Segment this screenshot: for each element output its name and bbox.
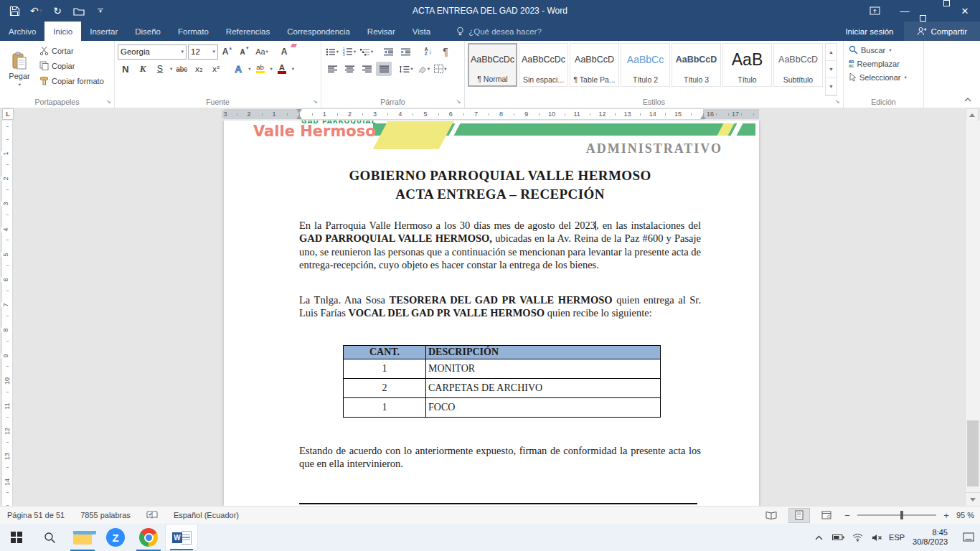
paragraph-1[interactable]: En la Parroquia Valle Hermoso a los 30 d… (299, 219, 701, 271)
align-center-button[interactable] (341, 62, 357, 76)
cell-desc-3[interactable]: FOCO (426, 398, 661, 418)
cut-button[interactable]: Cortar (37, 43, 106, 58)
undo-button[interactable]: ↶▾ (27, 2, 44, 19)
doc-title-line2[interactable]: ACTA ENTREGA – RECEPCIÓN (299, 187, 701, 202)
multilevel-list-button[interactable]: ▾ (359, 44, 374, 59)
highlight-button[interactable]: ab (253, 62, 268, 76)
hanging-indent-marker[interactable] (296, 115, 302, 119)
qat-customize-button[interactable]: ▾ (92, 2, 109, 19)
redo-button[interactable]: ↻ (49, 2, 66, 19)
text-effects-button[interactable]: A (230, 62, 246, 76)
style-titulo-2[interactable]: AaBbCc Título 2 (621, 43, 670, 87)
styles-more-button[interactable]: ▼ (826, 78, 837, 95)
restore-button[interactable] (920, 0, 950, 22)
styles-scroll-down-button[interactable]: ▼ (826, 61, 837, 78)
align-left-button[interactable] (324, 62, 340, 76)
style-titulo-3[interactable]: AaBbCcD Título 3 (672, 43, 721, 87)
bullets-button[interactable]: ▾ (324, 44, 340, 59)
find-button[interactable]: Buscar▾ (847, 43, 920, 57)
paste-button[interactable]: Pegar ▾ (3, 43, 36, 96)
right-indent-marker[interactable] (700, 115, 706, 119)
clipboard-dialog-launcher[interactable] (105, 98, 112, 105)
clear-formatting-button[interactable]: A (276, 44, 292, 59)
line-spacing-button[interactable]: ▾ (398, 62, 414, 76)
underline-dropdown-icon[interactable]: ▾ (170, 66, 172, 72)
superscript-button[interactable]: x² (208, 62, 224, 76)
font-color-button[interactable]: A (274, 62, 290, 76)
italic-button[interactable]: K (135, 62, 151, 76)
increase-indent-button[interactable] (398, 44, 414, 59)
tab-archivo[interactable]: Archivo (0, 22, 44, 41)
style-sin-espaciado[interactable]: AaBbCcDc Sin espaci... (519, 43, 568, 87)
style-subtitulo[interactable]: AaBbCcD Subtítulo (773, 43, 823, 87)
action-center-button[interactable] (961, 532, 976, 542)
shrink-font-button[interactable]: A▼ (237, 44, 253, 59)
cell-desc-2[interactable]: CARPETAS DE ARCHIVO (426, 379, 661, 398)
vertical-scrollbar[interactable] (965, 121, 980, 506)
zoom-level[interactable]: 95 % (956, 511, 974, 519)
tab-formato[interactable]: Formato (169, 22, 217, 41)
start-button[interactable] (0, 524, 33, 551)
word-count[interactable]: 7855 palabras (80, 511, 131, 519)
input-language-indicator[interactable]: ESP (889, 533, 905, 542)
items-table[interactable]: CANT. DESCRIPCIÓN 1 MONITOR 2 CARPETAS D… (343, 345, 661, 418)
language-indicator[interactable]: Español (Ecuador) (174, 511, 239, 519)
tab-revisar[interactable]: Revisar (359, 22, 404, 41)
highlight-dropdown-icon[interactable]: ▾ (270, 66, 273, 72)
paragraph-dialog-launcher[interactable] (455, 98, 462, 105)
subscript-button[interactable]: x₂ (191, 62, 207, 76)
scroll-up-button[interactable] (966, 108, 979, 121)
underline-button[interactable]: S (152, 62, 168, 76)
show-marks-button[interactable]: ¶ (438, 44, 453, 59)
font-dialog-launcher[interactable] (311, 98, 319, 105)
sort-button[interactable]: AZ ↓ (420, 44, 436, 59)
header-cant[interactable]: CANT. (344, 346, 426, 359)
decrease-indent-button[interactable] (381, 44, 397, 59)
tell-me-box[interactable]: ¿Qué desea hacer? (449, 22, 549, 41)
shading-button[interactable]: ▾ (415, 62, 431, 76)
select-button[interactable]: Seleccionar▾ (847, 70, 920, 84)
ribbon-display-options-button[interactable] (859, 0, 890, 22)
header-descripcion[interactable]: DESCRIPCIÓN (426, 346, 661, 359)
tray-expand-button[interactable] (811, 535, 826, 540)
taskbar-search-button[interactable] (33, 524, 66, 551)
taskbar-file-explorer[interactable] (66, 524, 99, 551)
doc-title-line1[interactable]: GOBIERNO PARROQUIAL VALLE HERMOSO (299, 168, 701, 184)
text-effects-dropdown-icon[interactable]: ▾ (248, 66, 250, 72)
font-size-combo[interactable]: 12▾ (188, 44, 218, 60)
wifi-indicator[interactable] (850, 533, 864, 542)
zoom-slider[interactable] (857, 514, 936, 516)
style-table-paragraph[interactable]: AaBbCcD ¶ Table Pa... (570, 43, 619, 87)
replace-button[interactable]: abac Reemplazar (847, 57, 920, 70)
font-color-dropdown-icon[interactable]: ▾ (292, 66, 294, 72)
open-recent-button[interactable] (70, 2, 88, 19)
bold-button[interactable]: N (118, 62, 133, 76)
cell-cant-1[interactable]: 1 (344, 359, 426, 379)
tab-vista[interactable]: Vista (404, 22, 439, 41)
styles-dialog-launcher[interactable] (834, 98, 841, 105)
format-painter-button[interactable]: Copiar formato (37, 73, 106, 88)
print-layout-button[interactable] (788, 508, 810, 523)
align-right-button[interactable] (359, 62, 374, 76)
styles-scroll-up-button[interactable]: ▲ (826, 44, 837, 61)
copy-button[interactable]: Copiar (37, 58, 106, 73)
read-mode-button[interactable] (761, 508, 783, 523)
save-button[interactable] (6, 2, 23, 19)
zoom-slider-thumb[interactable] (900, 511, 903, 519)
change-case-button[interactable]: Aa▾ (254, 44, 270, 59)
close-button[interactable]: ✕ (950, 0, 980, 22)
cell-cant-2[interactable]: 2 (344, 379, 426, 398)
battery-indicator[interactable] (831, 534, 845, 541)
web-layout-button[interactable] (816, 508, 837, 523)
cell-desc-1[interactable]: MONITOR (426, 359, 661, 379)
cell-cant-3[interactable]: 1 (344, 398, 426, 418)
zoom-in-button[interactable]: + (942, 510, 951, 521)
grow-font-button[interactable]: A▲ (220, 44, 235, 59)
minimize-button[interactable]: — (890, 0, 920, 22)
sign-in-button[interactable]: Iniciar sesión (835, 22, 903, 41)
strikethrough-button[interactable]: abc (174, 62, 189, 76)
style-titulo[interactable]: AaB Título (722, 43, 772, 87)
style-normal[interactable]: AaBbCcDc ¶ Normal (468, 43, 517, 87)
tab-referencias[interactable]: Referencias (217, 22, 278, 41)
taskbar-chrome[interactable] (132, 524, 165, 551)
